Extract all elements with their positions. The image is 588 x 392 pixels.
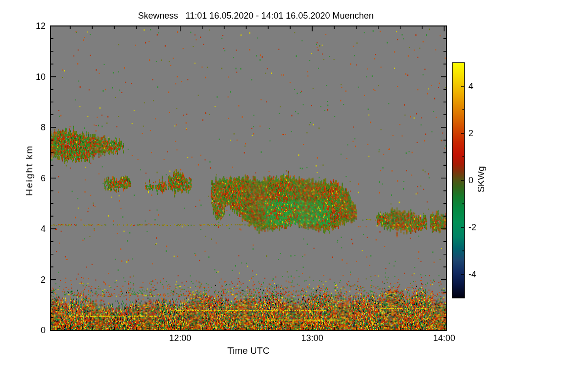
colorbar-tick-label: 2 [468,128,488,139]
y-tick-label: 2 [16,274,46,285]
skewness-plot-page: Skewness 11:01 16.05.2020 - 14:01 16.05.… [0,0,588,392]
x-tick-label: 13:00 [293,333,332,343]
y-tick-label: 4 [16,223,46,234]
x-tick-label: 14:00 [425,333,464,343]
colorbar-tick-label: -4 [468,269,488,280]
chart-title: Skewness 11:01 16.05.2020 - 14:01 16.05.… [0,11,512,21]
colorbar-tick-label: 0 [468,175,488,186]
colorbar-tick-label: -2 [468,222,488,233]
y-tick-label: 8 [16,122,46,133]
x-tick-label: 12:00 [161,333,200,343]
colorbar-tick-label: 4 [468,81,488,92]
y-axis-label: Height km [24,145,35,196]
x-axis-label: Time UTC [199,345,297,356]
y-tick-label: 12 [16,21,46,31]
y-tick-label: 6 [16,173,46,184]
y-tick-label: 10 [16,72,46,82]
y-tick-label: 0 [16,325,46,336]
